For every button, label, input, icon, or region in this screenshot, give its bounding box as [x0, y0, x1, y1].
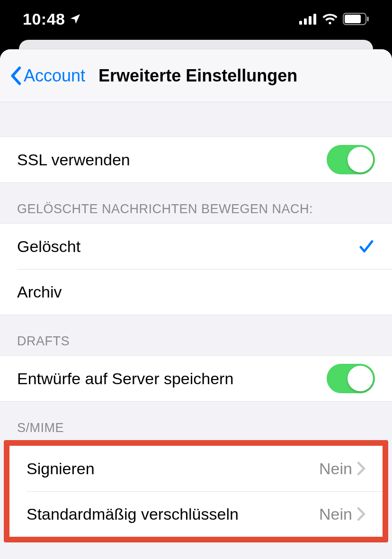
chevron-right-icon	[357, 461, 365, 476]
svg-rect-1	[304, 18, 307, 25]
row-deleted-option-0-label: Gelöscht	[17, 237, 358, 256]
battery-icon	[343, 13, 369, 25]
row-drafts-label: Entwürfe auf Server speichern	[17, 370, 327, 388]
status-time: 10:48	[23, 10, 65, 28]
toggle-drafts[interactable]	[327, 364, 375, 393]
row-drafts[interactable]: Entwürfe auf Server speichern	[0, 356, 392, 401]
row-smime-sign-label: Signieren	[27, 460, 319, 478]
row-smime-sign-value: Nein	[319, 460, 352, 478]
group-smime: Signieren Nein Standardmäßig verschlüsse…	[9, 446, 383, 537]
settings-sheet: Account Erweiterte Einstellungen SSL ver…	[0, 49, 392, 559]
row-deleted-option-1-label: Archiv	[17, 283, 375, 301]
navigation-bar: Account Erweiterte Einstellungen	[0, 49, 392, 102]
page-title: Erweiterte Einstellungen	[85, 66, 383, 86]
row-ssl-label: SSL verwenden	[17, 151, 327, 169]
row-smime-encrypt-label: Standardmäßig verschlüsseln	[27, 505, 319, 523]
svg-rect-2	[309, 16, 312, 25]
row-smime-encrypt[interactable]: Standardmäßig verschlüsseln Nein	[9, 491, 383, 537]
row-deleted-option-0[interactable]: Gelöscht	[0, 224, 392, 269]
chevron-left-icon	[9, 66, 22, 85]
header-drafts: DRAFTS	[0, 315, 392, 355]
svg-rect-5	[345, 15, 361, 23]
row-ssl[interactable]: SSL verwenden	[0, 137, 392, 182]
cellular-icon	[299, 13, 317, 25]
location-icon	[70, 13, 81, 25]
row-deleted-option-1[interactable]: Archiv	[0, 269, 392, 315]
toggle-ssl[interactable]	[327, 145, 375, 174]
device-frame: 10:48 Account	[0, 0, 392, 559]
header-deleted: GELÖSCHTE NACHRICHTEN BEWEGEN NACH:	[0, 183, 392, 223]
checkmark-icon	[358, 238, 375, 255]
svg-rect-6	[367, 17, 369, 21]
header-smime: S/MIME	[0, 402, 392, 442]
row-smime-sign[interactable]: Signieren Nein	[9, 446, 383, 491]
back-button[interactable]: Account	[9, 66, 85, 86]
group-deleted: Gelöscht Archiv	[0, 223, 392, 315]
chevron-right-icon	[357, 507, 365, 521]
annotation-highlight: Signieren Nein Standardmäßig verschlüsse…	[4, 440, 388, 542]
status-bar: 10:48	[0, 0, 392, 38]
svg-rect-0	[299, 21, 302, 25]
svg-rect-3	[313, 14, 316, 25]
group-drafts: Entwürfe auf Server speichern	[0, 355, 392, 402]
row-smime-encrypt-value: Nein	[319, 505, 352, 523]
wifi-icon	[322, 13, 338, 25]
back-label: Account	[24, 66, 85, 86]
group-ssl: SSL verwenden	[0, 136, 392, 183]
